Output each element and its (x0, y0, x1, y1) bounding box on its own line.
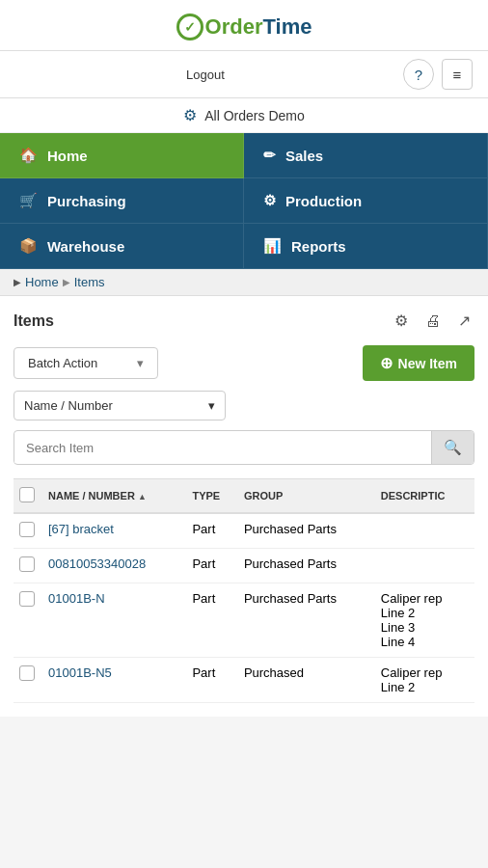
table-row: [67] bracketPartPurchased Parts (14, 513, 474, 549)
filter-select[interactable]: Name / Number ▾ (14, 391, 226, 420)
breadcrumb: Home ▶ Items (25, 275, 104, 289)
table-header-type[interactable]: TYPE (186, 479, 237, 514)
logo-order: Order (205, 14, 263, 39)
nav-sales-label: Sales (285, 148, 323, 164)
cart-icon: 🛒 (19, 192, 38, 209)
batch-action-button[interactable]: Batch Action ▾ (14, 347, 158, 379)
select-all-checkbox[interactable] (19, 487, 35, 502)
item-group: Purchased Parts (238, 513, 375, 549)
search-row: 🔍 (14, 430, 474, 465)
nav-home[interactable]: 🏠 Home (0, 133, 244, 178)
new-item-label: New Item (398, 356, 457, 371)
item-type: Part (186, 513, 237, 549)
content-actions: ⚙ 🖨 ↗ (391, 310, 474, 332)
item-name-link[interactable]: 01001B-N (48, 591, 105, 606)
table-header-checkbox (14, 479, 42, 514)
search-input[interactable] (14, 433, 431, 463)
item-description: Caliper repLine 2 (375, 658, 474, 703)
filter-dropdown-arrow: ▾ (208, 398, 215, 413)
item-description (375, 549, 474, 583)
warehouse-icon: 📦 (19, 237, 38, 255)
header-type-label: TYPE (192, 490, 220, 502)
item-type: Part (186, 583, 237, 658)
export-button[interactable]: ↗ (454, 310, 474, 332)
table-row: 01001B-NPartPurchased PartsCaliper repLi… (14, 583, 474, 658)
logout-link[interactable]: Logout (186, 68, 225, 82)
nav-reports-label: Reports (291, 238, 346, 255)
nav-purchasing-label: Purchasing (47, 193, 126, 209)
production-icon: ⚙ (263, 192, 276, 209)
filter-selected-value: Name / Number (24, 398, 113, 413)
breadcrumb-collapse-arrow[interactable]: ▶ (14, 277, 21, 287)
content-header: Items ⚙ 🖨 ↗ (14, 310, 474, 332)
row-checkbox[interactable] (19, 665, 35, 681)
settings-button[interactable]: ⚙ (391, 310, 412, 332)
company-name: All Orders Demo (204, 108, 304, 123)
logo-time: Time (262, 14, 312, 39)
menu-button[interactable]: ≡ (442, 59, 473, 90)
filter-row: Name / Number ▾ (14, 391, 474, 420)
item-group: Purchased Parts (238, 583, 375, 658)
batch-action-label: Batch Action (28, 356, 97, 370)
nav-production-label: Production (285, 193, 362, 209)
item-group: Purchased Parts (238, 549, 375, 583)
print-button[interactable]: 🖨 (421, 311, 445, 332)
breadcrumb-current: Items (74, 275, 105, 289)
table-row: 00810053340028PartPurchased Parts (14, 549, 474, 583)
nav-warehouse-label: Warehouse (47, 238, 124, 255)
company-bar: ⚙ All Orders Demo (0, 98, 488, 133)
items-table: NAME / NUMBER ▲ TYPE GROUP DESCRIPTIC [6… (14, 478, 474, 703)
header-description-label: DESCRIPTIC (381, 490, 446, 502)
help-button[interactable]: ? (403, 59, 434, 90)
breadcrumb-home[interactable]: Home (25, 275, 59, 289)
nav-purchasing[interactable]: 🛒 Purchasing (0, 178, 244, 224)
plus-icon: ⊕ (380, 354, 393, 372)
app-header: ✓ OrderTime (0, 0, 488, 51)
item-type: Part (186, 658, 237, 703)
header-name-number-label: NAME / NUMBER (48, 490, 135, 502)
content-area: Items ⚙ 🖨 ↗ Batch Action ▾ ⊕ New Item Na… (0, 296, 488, 717)
table-header-row: NAME / NUMBER ▲ TYPE GROUP DESCRIPTIC (14, 479, 474, 514)
row-checkbox[interactable] (19, 591, 35, 607)
logo-text: OrderTime (205, 14, 312, 40)
logo-icon: ✓ (176, 14, 203, 41)
sales-icon: ✏ (263, 147, 276, 164)
item-name-link[interactable]: 01001B-N5 (48, 665, 112, 680)
home-icon: 🏠 (19, 147, 38, 164)
item-group: Purchased (238, 658, 375, 703)
table-header-description[interactable]: DESCRIPTIC (375, 479, 474, 514)
item-name-link[interactable]: 00810053340028 (48, 556, 146, 571)
table-header-name-number[interactable]: NAME / NUMBER ▲ (42, 479, 186, 514)
nav-warehouse[interactable]: 📦 Warehouse (0, 224, 244, 269)
sort-asc-icon: ▲ (138, 492, 147, 502)
row-checkbox[interactable] (19, 556, 35, 572)
row-checkbox[interactable] (19, 522, 35, 537)
item-name-link[interactable]: [67] bracket (48, 522, 114, 536)
help-icon: ? (415, 67, 422, 83)
breadcrumb-bar: ▶ Home ▶ Items (0, 269, 488, 296)
nav-production[interactable]: ⚙ Production (244, 178, 488, 224)
search-button[interactable]: 🔍 (431, 431, 474, 464)
reports-icon: 📊 (263, 237, 282, 255)
breadcrumb-separator: ▶ (63, 277, 70, 287)
top-bar: Logout ? ≡ (0, 51, 488, 98)
navigation: 🏠 Home ✏ Sales 🛒 Purchasing ⚙ Production… (0, 133, 488, 269)
toolbar: Batch Action ▾ ⊕ New Item (14, 345, 474, 381)
table-row: 01001B-N5PartPurchasedCaliper repLine 2 (14, 658, 474, 703)
nav-reports[interactable]: 📊 Reports (244, 224, 488, 269)
company-gear-icon[interactable]: ⚙ (183, 106, 197, 124)
table-header-group[interactable]: GROUP (238, 479, 375, 514)
nav-sales[interactable]: ✏ Sales (244, 133, 488, 178)
menu-icon: ≡ (453, 67, 462, 83)
item-description (375, 513, 474, 549)
table-body: [67] bracketPartPurchased Parts008100533… (14, 513, 474, 703)
new-item-button[interactable]: ⊕ New Item (363, 345, 474, 381)
search-icon: 🔍 (444, 439, 462, 455)
item-description: Caliper repLine 2Line 3Line 4 (375, 583, 474, 658)
page-title: Items (14, 312, 54, 330)
item-type: Part (186, 549, 237, 583)
logo: ✓ OrderTime (0, 14, 488, 41)
nav-home-label: Home (47, 148, 88, 164)
batch-action-dropdown-arrow: ▾ (137, 356, 144, 370)
header-group-label: GROUP (244, 490, 283, 502)
